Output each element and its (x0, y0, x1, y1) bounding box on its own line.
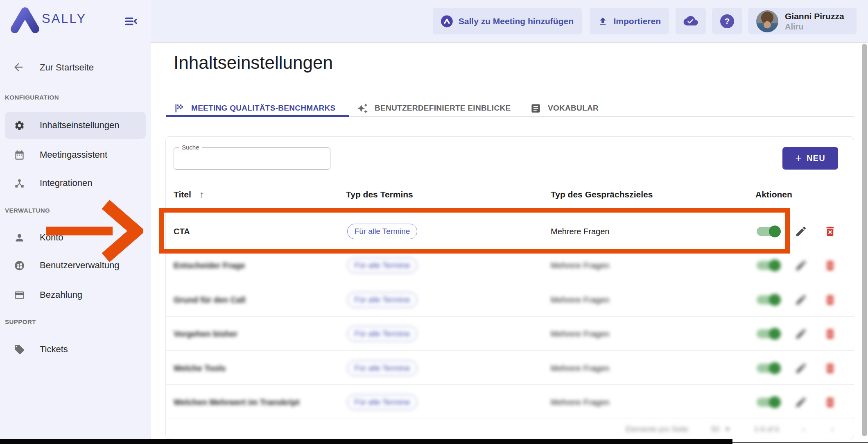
edit-icon[interactable] (795, 225, 807, 238)
page-range-label: 1-6 of 6 (754, 425, 779, 433)
delete-icon[interactable] (824, 362, 836, 374)
tab-meeting-qualitaets-benchmarks[interactable]: MEETING QUALITÄTS-BENCHMARKS (174, 101, 336, 116)
tab-row-divider (349, 116, 854, 117)
chip-label: Für alle Termine (355, 329, 410, 338)
sort-asc-icon[interactable]: ↑ (199, 189, 204, 200)
next-page-button[interactable]: › (831, 425, 834, 433)
chip-label: Für alle Termine (355, 398, 410, 407)
sidebar-item-label: Bezahlung (40, 290, 82, 300)
search-input[interactable] (179, 150, 324, 167)
tab-vokabular[interactable]: VOKABULAR (530, 101, 599, 116)
delete-icon[interactable] (824, 396, 836, 408)
enabled-toggle[interactable] (757, 261, 780, 270)
header-typ-des-termins: Typ des Termins (346, 190, 413, 199)
enabled-toggle[interactable] (757, 398, 780, 407)
credit-card-icon (14, 290, 25, 301)
delete-icon[interactable] (824, 225, 836, 238)
toggle-knob (769, 294, 781, 306)
topbar-divider (151, 42, 868, 43)
delete-icon[interactable] (824, 327, 836, 340)
import-button[interactable]: Importieren (590, 8, 669, 34)
edit-icon[interactable] (795, 327, 807, 340)
cloud-check-icon (683, 15, 698, 28)
annotation-highlight-rectangle (159, 208, 790, 254)
enabled-toggle[interactable] (757, 295, 780, 304)
sidebar-item-inhaltseinstellungen[interactable]: Inhaltseinstellungen (5, 112, 146, 139)
sidebar-item-tickets[interactable]: Tickets (0, 336, 151, 363)
items-per-page-label: Elemente pro Seite (626, 425, 688, 433)
goal-type: Mehrere Fragen (551, 397, 609, 407)
collapse-sidebar-icon[interactable] (123, 14, 139, 29)
pagination: Elemente pro Seite 50 1-6 of 6 ‹ › (165, 419, 854, 439)
appointment-type-chip: Für alle Termine (347, 394, 417, 410)
table-row[interactable]: Grund für den Call Für alle Termine Mehr… (165, 283, 854, 317)
sync-status-button[interactable] (676, 8, 706, 34)
caret-down-icon (725, 428, 730, 431)
profile-button[interactable]: Gianni Piruzza Aliru (748, 8, 857, 34)
appointment-type-chip: Für alle Termine (347, 292, 417, 308)
gear-icon (14, 120, 25, 131)
tab-label: VOKABULAR (548, 104, 599, 113)
row-divider (165, 384, 854, 385)
import-label: Importieren (613, 16, 661, 26)
sidebar-item-meetingassistent[interactable]: Meetingassistent (0, 141, 151, 168)
edit-icon[interactable] (795, 259, 807, 272)
help-button[interactable]: ? (712, 8, 742, 34)
delete-icon[interactable] (824, 259, 836, 272)
sidebar-item-label: Meetingassistent (40, 150, 107, 160)
sidebar-item-label: Tickets (40, 344, 68, 355)
chip-label: Für alle Termine (355, 295, 410, 304)
edit-icon[interactable] (795, 396, 807, 408)
annotation-arrow (37, 197, 143, 266)
scrollbar[interactable] (862, 44, 867, 436)
items-per-page-select[interactable]: 50 (711, 425, 719, 433)
row-divider (165, 282, 854, 282)
sidebar-item-bezahlung[interactable]: Bezahlung (0, 281, 151, 308)
goal-type: Mehrere Fragen (551, 363, 609, 373)
bottom-edge-line (732, 442, 868, 443)
back-to-home[interactable]: Zur Startseite (0, 57, 151, 78)
sidebar-item-integrationen[interactable]: Integrationen (0, 170, 151, 197)
sidebar-item-label: Inhaltseinstellungen (40, 120, 119, 131)
table-row[interactable]: Welche Tools Für alle Termine Mehrere Fr… (165, 351, 854, 385)
tab-label: BENUTZERDEFINIERTE EINBLICKE (375, 104, 511, 113)
calendar-icon (14, 150, 25, 161)
row-title: Welche Tools (174, 363, 226, 373)
page-title: Inhaltseinstellungen (174, 52, 333, 73)
enabled-toggle[interactable] (757, 364, 780, 373)
tag-icon (14, 344, 25, 355)
table-row[interactable]: Welchen Mehrwert im Transkript Für alle … (165, 385, 854, 419)
tab-benutzerdefinierte-einblicke[interactable]: BENUTZERDEFINIERTE EINBLICKE (357, 101, 511, 116)
edit-icon[interactable] (795, 362, 807, 374)
help-icon: ? (720, 14, 734, 28)
section-label-support: SUPPORT (5, 318, 36, 325)
section-label-konfiguration: KONFIGURATION (5, 94, 59, 101)
sally-logo-icon (10, 7, 40, 33)
new-button-label: NEU (807, 154, 825, 163)
toggle-knob (769, 362, 781, 374)
users-circle-icon (14, 260, 25, 271)
edit-icon[interactable] (795, 293, 807, 306)
back-arrow-icon (12, 61, 25, 73)
app-root: SALLY Zur Startseite KONFIGURATION Inhal… (0, 0, 868, 444)
user-org: Aliru (785, 22, 844, 32)
enabled-toggle[interactable] (757, 329, 780, 338)
back-label: Zur Startseite (40, 62, 94, 73)
add-sally-to-meeting-button[interactable]: Sally zu Meeting hinzufügen (433, 8, 582, 34)
header-aktionen: Aktionen (755, 190, 792, 199)
tab-label: MEETING QUALITÄTS-BENCHMARKS (191, 104, 336, 113)
active-tab-underline (166, 115, 349, 117)
previous-page-button[interactable]: ‹ (802, 425, 805, 433)
delete-icon[interactable] (824, 293, 836, 306)
sparkles-icon (357, 103, 368, 114)
appointment-type-chip: Für alle Termine (347, 258, 417, 273)
toggle-knob (769, 259, 781, 271)
row-title: Welchen Mehrwert im Transkript (174, 397, 300, 407)
row-divider (165, 350, 854, 351)
table-row[interactable]: Vorgehen bisher Für alle Termine Mehrere… (165, 317, 854, 351)
row-title: Grund für den Call (174, 295, 246, 304)
sidebar-item-label: Integrationen (40, 178, 92, 188)
new-button[interactable]: + NEU (782, 147, 838, 170)
header-titel[interactable]: Titel (174, 190, 191, 199)
goal-type: Mehrere Fragen (551, 329, 609, 338)
